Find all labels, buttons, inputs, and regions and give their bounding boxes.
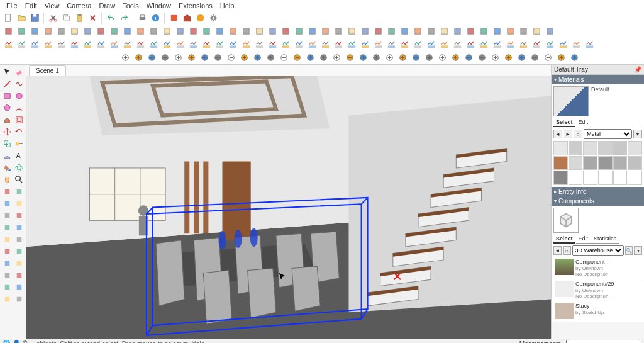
mat-back-icon[interactable]: ◄ — [553, 130, 562, 138]
menu-tools[interactable]: Tools — [119, 2, 143, 9]
model-info-icon[interactable]: i — [150, 12, 162, 24]
material-swatch-4[interactable] — [613, 141, 628, 155]
tool-r3-41[interactable] — [544, 38, 556, 50]
tool-r3-8[interactable] — [108, 38, 120, 50]
left-tool-29[interactable] — [13, 233, 25, 245]
tool-r3-39[interactable] — [518, 38, 530, 50]
tool-r2-38[interactable] — [504, 25, 516, 37]
left-tool-37[interactable] — [13, 281, 25, 293]
tool-r3-4[interactable] — [55, 38, 67, 50]
tool-r3-27[interactable] — [359, 38, 371, 50]
cut-icon[interactable] — [47, 12, 59, 24]
tool-r4-19[interactable] — [370, 52, 382, 64]
left-tool-28[interactable] — [1, 233, 13, 245]
tool-r2-14[interactable] — [187, 25, 199, 37]
left-tool-25[interactable] — [13, 210, 25, 221]
redo-icon[interactable] — [118, 12, 130, 24]
scale-tool-icon[interactable] — [1, 138, 13, 149]
material-swatch-6[interactable] — [553, 156, 568, 171]
material-swatch-8[interactable] — [583, 156, 597, 171]
pushpull-tool-icon[interactable] — [1, 114, 13, 125]
tool-r4-34[interactable] — [569, 52, 580, 64]
arc-tool-icon[interactable] — [13, 102, 25, 113]
tool-r3-43[interactable] — [570, 38, 582, 50]
left-tool-38[interactable] — [1, 293, 13, 305]
eraser-tool-icon[interactable] — [13, 66, 25, 77]
material-swatch-10[interactable] — [613, 156, 628, 171]
tool-r2-33[interactable] — [438, 25, 450, 37]
tool-r3-5[interactable] — [69, 38, 80, 50]
tool-r2-34[interactable] — [452, 25, 464, 37]
tool-r2-17[interactable] — [227, 25, 239, 37]
tool-r2-32[interactable] — [425, 25, 437, 37]
zoom-tool-icon[interactable] — [13, 174, 25, 185]
tool-r3-36[interactable] — [478, 38, 490, 50]
scene-tab-1[interactable]: Scene 1 — [29, 65, 66, 76]
tool-r4-20[interactable] — [384, 52, 396, 64]
tool-r3-40[interactable] — [531, 38, 543, 50]
tool-r2-18[interactable] — [240, 25, 252, 37]
menu-help[interactable]: Help — [216, 2, 238, 9]
offset-tool-icon[interactable] — [13, 114, 25, 125]
tray-pin-icon[interactable]: 📌 — [634, 66, 641, 73]
measurements-input[interactable] — [566, 340, 641, 343]
tool-r4-9[interactable] — [238, 52, 250, 64]
material-swatch-13[interactable] — [569, 171, 583, 185]
component-item-0[interactable]: Componentby UnknownNo Description — [553, 257, 642, 279]
left-tool-35[interactable] — [13, 269, 25, 281]
left-tool-26[interactable] — [1, 222, 13, 233]
left-tool-27[interactable] — [13, 222, 25, 233]
material-swatch-16[interactable] — [613, 171, 628, 185]
comp-search-icon[interactable]: 🔍 — [625, 246, 633, 255]
new-file-icon[interactable] — [3, 12, 14, 24]
tool-r4-25[interactable] — [450, 52, 462, 64]
material-swatch-12[interactable] — [553, 171, 568, 185]
comp-tab-edit[interactable]: Edit — [576, 235, 591, 244]
material-swatch-17[interactable] — [628, 171, 642, 185]
save-icon[interactable] — [29, 12, 41, 24]
tool-r2-37[interactable] — [491, 25, 503, 37]
tool-r2-21[interactable] — [280, 25, 292, 37]
menu-edit[interactable]: Edit — [21, 2, 41, 9]
menu-view[interactable]: View — [41, 2, 64, 9]
tool-r3-14[interactable] — [187, 38, 199, 50]
tool-r4-28[interactable] — [489, 52, 501, 64]
material-swatch-0[interactable] — [553, 141, 568, 155]
tool-r4-15[interactable] — [318, 52, 330, 64]
left-tool-22[interactable] — [1, 198, 13, 209]
tool-r2-40[interactable] — [531, 25, 543, 37]
tool-r4-32[interactable] — [542, 52, 554, 64]
comp-back-icon[interactable]: ◄ — [553, 246, 562, 255]
undo-icon[interactable] — [105, 12, 117, 24]
tool-r2-3[interactable] — [42, 25, 54, 37]
left-tool-31[interactable] — [13, 245, 25, 257]
tool-r4-4[interactable] — [172, 52, 184, 64]
mat-menu-icon[interactable]: ▾ — [633, 130, 642, 138]
tool-r3-31[interactable] — [412, 38, 424, 50]
tool-r2-20[interactable] — [267, 25, 279, 37]
tool-r3-10[interactable] — [135, 38, 147, 50]
tool-r2-10[interactable] — [135, 25, 147, 37]
status-credit-icon[interactable]: © — [23, 340, 31, 344]
tool-r2-36[interactable] — [478, 25, 490, 37]
material-swatch-14[interactable] — [583, 171, 597, 185]
comp-tab-select[interactable]: Select — [553, 235, 575, 244]
tool-r2-9[interactable] — [121, 25, 133, 37]
tool-r4-23[interactable] — [423, 52, 435, 64]
material-swatch-9[interactable] — [598, 156, 613, 171]
tool-r3-22[interactable] — [293, 38, 305, 50]
tool-r2-12[interactable] — [161, 25, 173, 37]
tool-r2-24[interactable] — [319, 25, 331, 37]
tool-r4-26[interactable] — [463, 52, 475, 64]
tool-r3-24[interactable] — [319, 38, 331, 50]
entity-info-panel-header[interactable]: Entity Info — [552, 187, 644, 196]
comp-menu-icon[interactable]: ▾ — [634, 246, 642, 255]
tool-r4-21[interactable] — [397, 52, 409, 64]
tool-r3-34[interactable] — [452, 38, 464, 50]
tool-r2-16[interactable] — [214, 25, 226, 37]
tool-r4-11[interactable] — [265, 52, 277, 64]
left-tool-30[interactable] — [1, 245, 13, 257]
gear-icon[interactable] — [208, 12, 219, 24]
tool-r3-25[interactable] — [333, 38, 345, 50]
tool-r4-24[interactable] — [436, 52, 448, 64]
